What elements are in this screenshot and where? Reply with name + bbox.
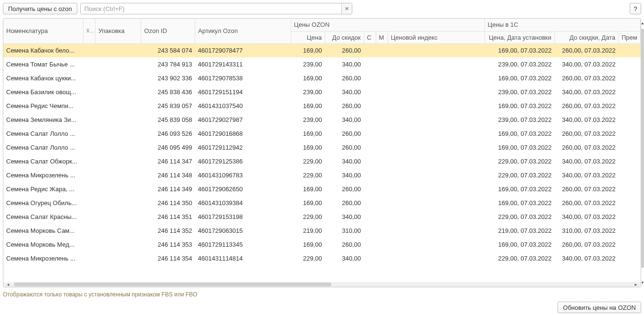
cell-before: 340,00 [325,154,364,168]
table-row[interactable]: Семена Редис Жара, ...246 114 3494601729… [3,182,641,196]
table-body: Семена Кабачок бело...243 584 0744601729… [3,44,641,265]
scroll-right-icon[interactable]: ► [633,282,639,287]
col-group-1c-prices[interactable]: Цены в 1С [485,19,640,31]
footer-note: Отображаются только товары с установленн… [3,291,197,298]
cell-article: 4601729143311 [195,57,291,71]
table-row[interactable]: Семена Салат Лолло ...246 093 5264601729… [3,127,641,141]
cell-package [95,238,141,251]
cell-ozon-id: 246 114 352 [141,224,195,238]
cell-nomenclature: Семена Салат Лолло ... [3,141,83,154]
cell-article: 4601729112942 [195,141,291,154]
vertical-scrollbar[interactable]: ▲ ▼ [641,19,644,286]
scroll-up-icon[interactable]: ▲ [640,20,644,26]
table-row[interactable]: Семена Морковь Сам...246 114 35246017290… [3,224,641,238]
table-row[interactable]: Семена Базилик овощ...245 838 4364601729… [3,85,641,99]
col-price[interactable]: Цена [291,31,325,44]
table-row[interactable]: Семена Томат Бычье ...243 784 9134601729… [3,57,641,71]
table-row[interactable]: Семена Микрозелень ...246 114 3544601431… [3,251,641,265]
col-nomenclature[interactable]: Номенклатура [3,19,83,44]
horizontal-scrollbar[interactable]: ◄ ► [3,282,641,287]
cell-nomenclature: Семена Морковь Сам... [3,224,83,238]
cell-before-date: 340,00, 07.03.2022 [555,113,619,127]
table-row[interactable]: Семена Кабачок цукки...243 902 336460172… [3,71,641,85]
table-row[interactable]: Семена Салат Лолло ...246 095 4994601729… [3,141,641,154]
col-m[interactable]: М [376,31,388,44]
cell-prem [618,154,640,168]
cell-price-index [388,154,485,168]
col-package[interactable]: Упаковка [95,19,141,44]
col-before-discount[interactable]: До скидок [325,31,364,44]
cell-ozon-id: 246 093 526 [141,127,195,141]
col-before-discount-date[interactable]: До скидки, Дата [555,31,619,44]
cell-prem [618,127,640,141]
table-row[interactable]: Семена Земляника Зи...245 839 0584601729… [3,113,641,127]
cell-m [376,57,388,71]
cell-before: 340,00 [325,251,364,265]
table-row[interactable]: Семена Морковь Мед...246 114 35346017291… [3,238,641,251]
search-clear-button[interactable]: ✕ [341,3,352,14]
grid-scroll[interactable]: Номенклатура Х н Упаковка Ozon ID Артику… [3,19,641,282]
cell-price: 169,00 [291,141,325,154]
search-input[interactable] [81,3,342,14]
cell-price: 169,00 [291,127,325,141]
cell-package [95,224,141,238]
update-ozon-prices-button[interactable]: Обновить цены на OZON [558,302,641,313]
cell-c [364,251,376,265]
cell-prem [618,224,640,238]
cell-prem [618,57,640,71]
cell-price-index [388,127,485,141]
cell-nomenclature: Семена Кабачок бело... [3,44,83,57]
col-hn[interactable]: Х н [83,19,95,44]
table-row[interactable]: Семена Огурец Обиль...246 114 3504601431… [3,196,641,210]
cell-before-date: 340,00, 07.03.2022 [555,57,619,71]
cell-before: 260,00 [325,127,364,141]
cell-before: 340,00 [325,113,364,127]
table-row[interactable]: Семена Микрозелень ...246 114 3484601431… [3,168,641,182]
scroll-left-icon[interactable]: ◄ [5,282,11,287]
cell-m [376,99,388,113]
help-button[interactable]: ? [630,3,641,14]
table-row[interactable]: Семена Салат Обжорк...246 114 3474601729… [3,154,641,168]
vertical-scroll-thumb[interactable] [641,29,644,268]
col-c[interactable]: С [364,31,376,44]
cell-ozon-id: 246 114 353 [141,238,195,251]
cell-c [364,44,376,57]
cell-prem [618,210,640,224]
cell-c [364,182,376,196]
col-price-date[interactable]: Цена, Дата установки [485,31,554,44]
cell-prem [618,141,640,154]
table-row[interactable]: Семена Салат Красны...246 114 3514601729… [3,210,641,224]
cell-package [95,113,141,127]
col-prem[interactable]: Прем [618,31,640,44]
cell-before-date: 260,00, 07.03.2022 [555,238,619,251]
scroll-down-icon[interactable]: ▼ [640,280,644,285]
cell-price-date: 169,00, 07.03.2022 [485,71,554,85]
cell-price-index [388,182,485,196]
cell-ozon-id: 245 838 436 [141,85,195,99]
cell-c [364,154,376,168]
cell-prem [618,85,640,99]
cell-c [364,71,376,85]
cell-before-date: 340,00, 07.03.2022 [555,85,619,99]
cell-package [95,127,141,141]
horizontal-scroll-thumb[interactable] [14,283,331,286]
col-group-ozon-prices[interactable]: Цены OZON [291,19,485,31]
cell-ozon-id: 243 902 336 [141,71,195,85]
col-price-index[interactable]: Ценовой индекс [388,31,485,44]
cell-nomenclature: Семена Морковь Мед... [3,238,83,251]
cell-ozon-id: 245 839 057 [141,99,195,113]
cell-m [376,44,388,57]
get-prices-button[interactable]: Получить цены с ozon [3,3,77,14]
cell-m [376,224,388,238]
cell-article: 4601729063015 [195,224,291,238]
cell-price: 229,00 [291,154,325,168]
col-ozon-id[interactable]: Ozon ID [141,19,195,44]
cell-before: 340,00 [325,168,364,182]
cell-ozon-id: 243 584 074 [141,44,195,57]
cell-hn [83,168,95,182]
cell-hn [83,85,95,99]
col-ozon-article[interactable]: Артикул Ozon [195,19,291,44]
table-row[interactable]: Семена Кабачок бело...243 584 0744601729… [3,44,641,57]
table-row[interactable]: Семена Редис Чемпи...245 839 05746014310… [3,99,641,113]
cell-package [95,71,141,85]
